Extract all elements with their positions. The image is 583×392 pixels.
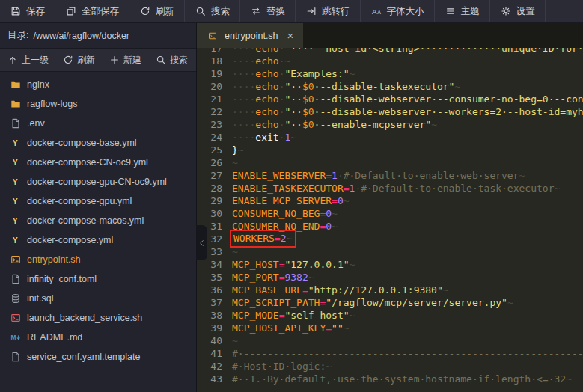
tab-entrypoint-sh[interactable]: entrypoint.sh × (197, 23, 303, 48)
tree-item-docker-compose.yml[interactable]: Ydocker-compose.yml (0, 230, 196, 250)
code-token: 0 (326, 208, 332, 219)
code-line-38[interactable]: 38MCP_MODE="self-host"~ (197, 309, 583, 322)
code-token: ···· (232, 94, 255, 105)
code-token: ~ (554, 183, 560, 194)
tree-item-launch_backend_service.sh[interactable]: launch_backend_service.sh (0, 308, 196, 328)
tree-item-ragflow-logs[interactable]: ragflow-logs (0, 94, 196, 114)
code-token: ~ (238, 144, 244, 156)
code-line-34[interactable]: 34MCP_HOST="127.0.0.1"~ (197, 258, 583, 271)
sidebar-toolbar-button-plus[interactable]: 新建 (102, 49, 148, 71)
code-token: echo (255, 119, 278, 130)
code-line-39[interactable]: 39MCP_HOST_API_KEY=""~ (197, 322, 583, 334)
toolbar-button-theme[interactable]: 主题 (435, 0, 490, 22)
tree-item-docker-compose-base.yml[interactable]: Ydocker-compose-base.yml (0, 133, 196, 153)
tree-item-label: nginx (27, 79, 49, 90)
code-line-29[interactable]: 29ENABLE_MCP_SERVER=0~ (197, 195, 583, 207)
tree-item-docker-compose-gpu.yml[interactable]: Ydocker-compose-gpu.yml (0, 192, 196, 211)
tree-item-label: docker-compose-gpu.yml (27, 196, 132, 206)
code-token: ~ (290, 132, 296, 143)
tree-item-label: init.sql (27, 293, 53, 304)
tree-item-label: entrypoint.sh (27, 254, 81, 265)
code-line-41[interactable]: 41#·------------------------------------… (197, 347, 583, 360)
tree-item-docker-compose-gpu-CN-oc9.yml[interactable]: Ydocker-compose-gpu-CN-oc9.yml (0, 172, 196, 192)
code-lines: 17····echo·"····--host-id·<string>······… (197, 48, 583, 385)
code-line-19[interactable]: 19····echo·"Examples:"~ (197, 67, 583, 80)
code-token: "····--host-id·<string>··············uni… (284, 48, 583, 54)
toolbar-button-replace[interactable]: 替换 (240, 0, 296, 22)
code-line-24[interactable]: 24····exit·1~ (197, 131, 583, 144)
path-bar: 目录: /www/ai/ragflow/docker (0, 23, 196, 49)
code-token: ·--enable-mcpserver" (314, 119, 432, 130)
path-label: 目录: (7, 29, 28, 42)
code-line-20[interactable]: 20····echo·"··$0·--disable-taskexecutor"… (197, 80, 583, 93)
code-token: echo (255, 68, 278, 79)
code-line-32[interactable]: 32WORKERS=2~ (197, 233, 583, 245)
sidebar-toolbar-button-up[interactable]: 上一级 (0, 49, 55, 71)
code-line-35[interactable]: 35MCP_PORT=9382~ (197, 271, 583, 284)
tree-item-infinity_conf.toml[interactable]: infinity_conf.toml (0, 269, 196, 289)
toolbar-button-refresh[interactable]: 刷新 (129, 0, 185, 22)
code-token: MCP_HOST (232, 259, 279, 270)
sidebar-toolbar-button-label: 搜索 (170, 54, 188, 67)
toolbar-button-label: 设置 (516, 5, 535, 18)
code-token: ~ (232, 157, 238, 168)
code-line-18[interactable]: 18····echo·~ (197, 55, 583, 67)
code-line-21[interactable]: 21····echo·"··$0·--disable-webserver·--c… (197, 93, 583, 105)
line-number: 27 (197, 169, 232, 182)
code-line-17[interactable]: 17····echo·"····--host-id·<string>······… (197, 48, 583, 55)
toolbar-button-save[interactable]: 保存 (0, 0, 55, 22)
toolbar-button-save-all[interactable]: 全部保存 (55, 0, 129, 22)
code-line-43[interactable]: 43#··1.·By·default,·use·the·system·hostn… (197, 373, 583, 385)
toolbar-button-goto-line[interactable]: 跳转行 (296, 0, 361, 22)
line-number: 35 (197, 271, 232, 284)
file-tab-icon (207, 30, 219, 42)
code-line-27[interactable]: 27ENABLE_WEBSERVER=1·#·Default·to·enable… (197, 169, 583, 182)
toolbar-button-label: 搜索 (211, 5, 230, 18)
code-line-25[interactable]: 25}~ (197, 144, 583, 156)
code-token: "·· (284, 81, 302, 92)
code-line-22[interactable]: 22····echo·"··$0·--disable-webserver·--w… (197, 105, 583, 118)
tree-item-.env[interactable]: .env (0, 114, 196, 133)
code-line-23[interactable]: 23····echo·"··$0·--enable-mcpserver"~ (197, 118, 583, 131)
svg-text:A: A (377, 10, 381, 15)
tree-item-entrypoint.sh[interactable]: entrypoint.sh (0, 250, 196, 269)
toolbar-button-font-size[interactable]: AA字体大小 (361, 0, 435, 22)
code-line-28[interactable]: 28ENABLE_TASKEXECUTOR=1·#·Default·to·ena… (197, 182, 583, 195)
tree-item-nginx[interactable]: nginx (0, 75, 196, 94)
tree-item-docker-compose-macos.yml[interactable]: Ydocker-compose-macos.yml (0, 211, 196, 230)
code-token: ~ (332, 221, 338, 232)
line-number: 38 (197, 309, 232, 322)
close-icon[interactable]: × (287, 30, 294, 41)
code-line-30[interactable]: 30CONSUMER_NO_BEG=0~ (197, 207, 583, 220)
line-number: 18 (197, 55, 232, 67)
code-token: MCP_BASE_URL (232, 284, 302, 295)
sidebar-toolbar-button-search[interactable]: 搜索 (148, 49, 195, 71)
toolbar-button-settings[interactable]: 设置 (490, 0, 546, 22)
code-token: #·Default·to·enable·web·server (344, 170, 519, 181)
tree-item-label: docker-compose-macos.yml (27, 215, 144, 226)
line-number: 23 (197, 118, 232, 131)
tree-item-init.sql[interactable]: init.sql (0, 289, 196, 308)
tree-item-README.md[interactable]: MREADME.md (0, 328, 196, 347)
sidebar-collapse-handle[interactable] (196, 225, 207, 260)
code-token: 1 (332, 170, 338, 181)
code-line-37[interactable]: 37MCP_SCRIPT_PATH="/ragflow/mcp/server/s… (197, 296, 583, 309)
sidebar-toolbar-button-label: 刷新 (77, 54, 95, 67)
sidebar-toolbar-button-refresh[interactable]: 刷新 (55, 49, 102, 71)
code-token: ~ (350, 68, 355, 79)
toolbar-button-search[interactable]: 搜索 (185, 0, 240, 22)
code-line-40[interactable]: 40~ (197, 334, 583, 347)
tree-item-docker-compose-CN-oc9.yml[interactable]: Ydocker-compose-CN-oc9.yml (0, 153, 196, 172)
plus-icon (109, 54, 120, 66)
code-editor[interactable]: 17····echo·"····--host-id·<string>······… (197, 48, 583, 392)
code-line-42[interactable]: 42#·Host·ID·logic:~ (197, 360, 583, 373)
yaml-icon: Y (10, 195, 22, 207)
code-line-36[interactable]: 36MCP_BASE_URL="http://127.0.0.1:9380"~ (197, 284, 583, 296)
database-icon (10, 293, 22, 304)
folder-icon (10, 98, 22, 110)
code-line-26[interactable]: 26~ (197, 156, 583, 169)
search-icon (195, 5, 207, 17)
code-token: 9382 (284, 272, 308, 283)
tree-item-service_conf.yaml.template[interactable]: service_conf.yaml.template (0, 347, 196, 367)
theme-icon (445, 5, 457, 17)
